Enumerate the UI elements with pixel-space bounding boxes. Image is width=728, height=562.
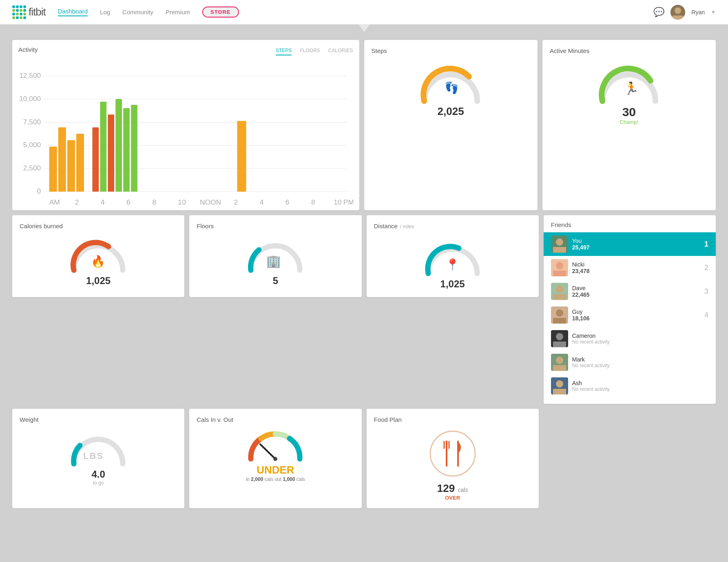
nav-link-community[interactable]: Community: [122, 9, 153, 15]
svg-rect-18: [76, 134, 84, 192]
friend-item-cameron: Cameron No recent activity: [544, 327, 716, 350]
nav-link-log[interactable]: Log: [100, 9, 110, 15]
cals-gauge-svg: [245, 427, 306, 464]
friend-avatar-you: [551, 236, 568, 253]
distance-value: 1,025: [440, 278, 465, 290]
svg-point-54: [556, 309, 563, 317]
svg-text:5,000: 5,000: [23, 141, 41, 149]
nav-link-dashboard[interactable]: Dashboard: [58, 8, 88, 16]
cals-in-value: 2,000: [251, 476, 263, 482]
cals-in-out-title: Cals In v. Out: [197, 416, 354, 423]
friend-info-ash: Ash No recent activity: [572, 380, 708, 392]
active-minutes-card: Active Minutes 🏃 30 Champ!: [542, 40, 716, 210]
svg-point-67: [273, 457, 277, 461]
weight-gauge-svg: LBS: [68, 431, 129, 470]
friend-name-nicki: Nicki: [572, 261, 700, 268]
svg-point-63: [556, 380, 563, 388]
food-plan-title: Food Plan: [374, 416, 531, 423]
friend-item-dave: Dave 22,465 3: [544, 280, 716, 303]
friend-rank-you: 1: [704, 240, 708, 249]
svg-rect-25: [237, 121, 246, 192]
svg-text:4: 4: [260, 198, 264, 206]
friend-avatar-mark: [551, 354, 568, 371]
food-plan-card: Food Plan 129: [367, 409, 539, 508]
distance-gauge: 📍 1,025: [374, 237, 531, 290]
activity-header: Activity STEPS FLOORS CALORIES: [18, 46, 353, 57]
friend-item-you: You 25,497 1: [544, 232, 716, 256]
main-content: Activity STEPS FLOORS CALORIES: [0, 32, 728, 516]
user-avatar: [670, 5, 685, 20]
friend-info-dave: Dave 22,465: [572, 285, 700, 298]
svg-rect-24: [131, 105, 137, 192]
friend-name-guy: Guy: [572, 309, 700, 315]
nav-link-premium[interactable]: Premium: [166, 9, 190, 15]
steps-value: 2,025: [438, 105, 464, 118]
svg-rect-58: [553, 342, 566, 347]
distance-gauge-svg: 📍: [422, 241, 483, 280]
tab-floors[interactable]: FLOORS: [300, 48, 320, 55]
friend-info-cameron: Cameron No recent activity: [572, 333, 708, 345]
svg-text:10: 10: [334, 198, 341, 206]
friend-avatar-cameron: [551, 330, 568, 347]
cals-status: UNDER: [257, 464, 294, 476]
svg-point-57: [556, 333, 563, 340]
row3: Weight LBS 4.0 to go Cals In v. O: [12, 409, 716, 508]
svg-text:PM: PM: [343, 198, 353, 206]
friend-steps-nicki: 23,478: [572, 268, 700, 274]
svg-text:2: 2: [234, 198, 238, 206]
calories-gauge-svg: 🔥: [68, 238, 129, 276]
svg-text:8: 8: [152, 198, 156, 206]
svg-point-60: [556, 357, 563, 364]
svg-text:🔥: 🔥: [91, 255, 105, 268]
svg-point-68: [430, 431, 475, 476]
svg-text:AM: AM: [49, 198, 60, 206]
activity-title: Activity: [18, 46, 38, 53]
svg-text:10: 10: [178, 198, 186, 206]
tab-calories[interactable]: CALORIES: [328, 48, 353, 55]
message-icon[interactable]: 💬: [653, 7, 664, 18]
svg-rect-64: [553, 389, 566, 395]
food-plan-icon: [426, 427, 479, 480]
cals-in-out-card: Cals In v. Out U: [189, 409, 361, 508]
svg-text:🏃: 🏃: [624, 81, 639, 96]
svg-rect-61: [553, 365, 566, 371]
svg-rect-52: [553, 294, 566, 300]
svg-text:2,500: 2,500: [23, 164, 41, 172]
nav-logo: fitbit: [12, 5, 46, 19]
svg-text:2: 2: [75, 198, 79, 206]
cals-speedometer: UNDER in 2,000 cals out 1,000 cals: [197, 427, 354, 482]
distance-title: Distance: [374, 223, 398, 229]
svg-text:LBS: LBS: [83, 451, 104, 461]
cals-out-value: 1,000: [283, 476, 295, 482]
floors-gauge-svg: 🏢: [245, 238, 306, 276]
distance-subtitle: / miles: [400, 224, 414, 229]
store-button[interactable]: STORE: [202, 7, 239, 18]
friend-info-mark: Mark No recent activity: [572, 356, 708, 368]
svg-text:0: 0: [37, 187, 41, 195]
food-plan-status: OVER: [445, 495, 460, 501]
steps-gauge: 👣 2,025: [372, 58, 530, 118]
active-minutes-value: 30: [622, 105, 636, 119]
nav-triangle: [358, 24, 370, 32]
friend-avatar-dave: [551, 283, 568, 300]
floors-title: Floors: [197, 223, 354, 229]
navbar: fitbit Dashboard Log Community Premium S…: [0, 0, 728, 24]
user-name[interactable]: Ryan: [691, 9, 705, 15]
friends-card: Friends You 25,497 1: [544, 215, 716, 404]
cals-out-label: out: [274, 476, 283, 482]
svg-rect-46: [553, 247, 566, 253]
nav-right: 💬 Ryan ▼: [653, 5, 716, 20]
friend-item-guy: Guy 18,106 4: [544, 303, 716, 327]
calories-burned-title: Calories burned: [20, 223, 177, 229]
friend-steps-guy: 18,106: [572, 315, 700, 322]
svg-rect-15: [49, 147, 57, 192]
active-minutes-label: Champ!: [620, 119, 639, 125]
friend-name-dave: Dave: [572, 285, 700, 291]
svg-text:6: 6: [285, 198, 290, 206]
svg-rect-22: [115, 99, 122, 192]
distance-card: Distance / miles 📍 1,025: [367, 215, 539, 297]
tab-steps[interactable]: STEPS: [276, 48, 292, 55]
food-plan-value: 129 cals: [437, 482, 468, 495]
active-minutes-title: Active Minutes: [550, 47, 708, 54]
friend-avatar-ash: [551, 377, 568, 395]
